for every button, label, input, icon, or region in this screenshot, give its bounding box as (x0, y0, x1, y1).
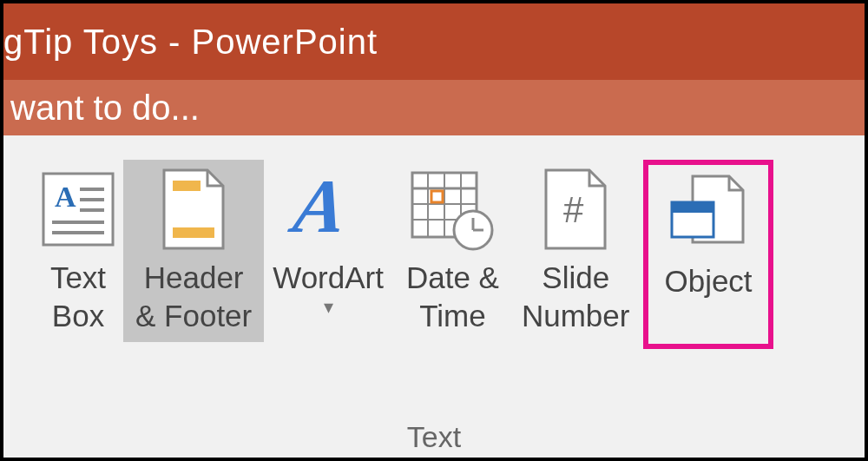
svg-text:A: A (286, 168, 352, 248)
header-footer-icon (162, 167, 225, 252)
text-box-icon: A (42, 167, 115, 252)
svg-text:#: # (563, 189, 584, 230)
header-footer-button[interactable]: Header & Footer (123, 160, 264, 342)
svg-rect-9 (173, 227, 214, 238)
title-bar: gTip Toys - PowerPoint (3, 3, 865, 80)
text-box-label-2: Box (50, 297, 106, 335)
slide-number-button[interactable]: # Slide Number (513, 160, 638, 342)
wordart-icon: A (286, 167, 370, 252)
dropdown-arrow-icon: ▾ (273, 295, 384, 319)
date-time-label-2: Time (406, 297, 499, 335)
slide-number-label-2: Number (522, 297, 629, 335)
tell-me-placeholder: want to do... (10, 89, 200, 128)
text-box-button[interactable]: A Text Box (33, 160, 123, 342)
slide-number-icon: # (544, 167, 607, 252)
window-title: gTip Toys - PowerPoint (3, 23, 378, 62)
tell-me-bar[interactable]: want to do... (3, 80, 865, 135)
svg-rect-26 (672, 202, 713, 213)
wordart-label: WordArt (273, 259, 384, 297)
wordart-button[interactable]: A WordArt ▾ (264, 160, 392, 326)
header-footer-label-2: & Footer (135, 297, 252, 335)
header-footer-label-1: Header (135, 259, 252, 297)
svg-text:A: A (55, 181, 76, 213)
date-time-button[interactable]: Date & Time (398, 160, 508, 342)
slide-number-label-1: Slide (522, 259, 629, 297)
svg-rect-8 (173, 181, 201, 191)
object-button[interactable]: Object (643, 160, 773, 349)
ribbon-group-label: Text (3, 420, 865, 461)
date-time-icon (409, 167, 496, 252)
date-time-label-1: Date & (406, 259, 499, 297)
ribbon-group-text: A Text Box (3, 135, 865, 461)
object-label: Object (664, 262, 752, 300)
object-icon (667, 170, 750, 255)
text-box-label-1: Text (50, 259, 106, 297)
